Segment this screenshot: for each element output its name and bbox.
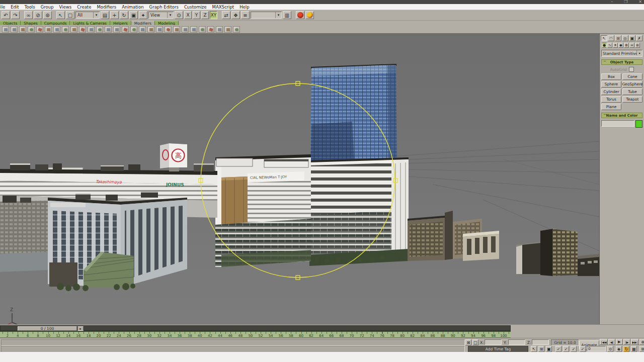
modifier-icon[interactable] [156, 26, 163, 33]
menu-animation[interactable]: Animation [122, 5, 143, 10]
z-coordinate-field[interactable] [532, 339, 549, 345]
named-selection-dropdown[interactable]: ▾ [251, 12, 282, 19]
modifier-icon[interactable] [216, 26, 223, 33]
modifier-icon[interactable] [53, 26, 60, 33]
maximize-viewport-icon[interactable]: ▦ [631, 346, 637, 352]
modifier-icon[interactable] [62, 26, 69, 33]
modifier-icon[interactable] [233, 26, 240, 33]
percent-snap-icon[interactable]: ▣ [546, 346, 552, 352]
menu-tools[interactable]: Tools [25, 5, 35, 10]
perspective-viewport[interactable]: CIAL NEWoMan T·JOY [0, 34, 600, 324]
key-icon[interactable]: ✓ [580, 346, 586, 352]
snap-toggle-icon[interactable]: ↖ [531, 346, 537, 352]
chevron-down-icon[interactable]: ▾ [636, 50, 642, 55]
modifier-icon[interactable] [130, 26, 137, 33]
modifier-icon[interactable] [45, 26, 52, 33]
render-scene-icon[interactable] [296, 11, 304, 19]
systems-category-icon[interactable]: ⊛ [635, 43, 640, 48]
restrict-y-button[interactable]: Y [193, 11, 200, 19]
modifier-icon[interactable] [36, 26, 43, 33]
modifier-icon[interactable] [199, 26, 206, 33]
region-select-icon[interactable]: □ [66, 11, 74, 19]
display-tab-icon[interactable]: ▣ [629, 35, 635, 41]
object-name-field[interactable] [601, 120, 634, 127]
key-mode-icon[interactable]: ✓ [571, 346, 577, 352]
modifier-icon[interactable] [165, 26, 172, 33]
tube-button[interactable]: Tube [622, 88, 642, 95]
modifier-icon[interactable] [190, 26, 197, 33]
menu-help[interactable]: Help [239, 5, 249, 10]
name-color-rollout[interactable]: − Name and Color [601, 113, 642, 118]
track-bar-ruler[interactable]: 2468101214161820222426283032343638404244… [0, 331, 511, 338]
menu-modifiers[interactable]: Modifiers [97, 5, 116, 10]
select-object-icon[interactable]: ↖ [56, 11, 65, 19]
redo-icon[interactable]: ↷ [11, 11, 20, 19]
move-icon[interactable]: + [110, 11, 119, 19]
menu-views[interactable]: Views [59, 5, 72, 10]
modifier-icon[interactable] [173, 26, 180, 33]
modifier-icon[interactable] [28, 26, 35, 33]
current-frame-field[interactable]: 0 [587, 346, 606, 351]
bind-spacewarp-icon[interactable]: ⊛ [43, 11, 52, 19]
scale-icon[interactable]: ▣ [129, 11, 138, 19]
restrict-x-button[interactable]: X [184, 11, 192, 19]
modifier-icon[interactable] [139, 26, 146, 33]
time-slider-handle[interactable]: 0 / 100 [18, 326, 77, 331]
chevron-down-icon[interactable]: ▾ [167, 12, 173, 18]
manipulate-icon[interactable]: ✦ [139, 11, 147, 19]
modifier-icon[interactable] [2, 26, 9, 33]
primitive-type-dropdown[interactable]: Standard Primitives ▾ [601, 50, 642, 57]
modifier-icon[interactable] [207, 26, 214, 33]
next-frame-icon[interactable]: |▶ [623, 339, 630, 345]
go-to-end-icon[interactable]: ▶▶| [631, 339, 639, 345]
pan-icon[interactable]: ◈ [616, 346, 622, 352]
modifier-icon[interactable] [224, 26, 231, 33]
track-view-icon[interactable]: ▥ [283, 11, 291, 19]
zoom-viewport-icon[interactable]: ⊕ [639, 339, 644, 345]
undo-icon[interactable]: ↶ [2, 11, 10, 19]
cone-button[interactable]: Cone [622, 73, 642, 80]
y-coordinate-field[interactable] [508, 339, 525, 345]
modify-tab-icon[interactable]: ◠ [608, 35, 614, 41]
modifier-icon[interactable] [79, 26, 86, 33]
mirror-icon[interactable]: ⇄ [222, 11, 230, 19]
modifier-icon[interactable] [11, 26, 18, 33]
modifier-icon[interactable] [182, 26, 189, 33]
modifier-icon[interactable] [88, 26, 95, 33]
play-icon[interactable]: ▶ [616, 339, 623, 345]
geometry-category-icon[interactable]: ● [602, 43, 607, 48]
cylinder-button[interactable]: Cylinder [601, 88, 621, 95]
menu-maxscript[interactable]: MAXScript [212, 5, 234, 10]
autogrid-checkbox[interactable] [629, 67, 634, 72]
modifier-icon[interactable] [105, 26, 112, 33]
box-button[interactable]: Box [601, 73, 621, 80]
create-tab-icon[interactable]: ↖ [601, 35, 607, 41]
modifier-icon[interactable] [113, 26, 120, 33]
unlink-icon[interactable]: ⊘ [34, 11, 42, 19]
motion-tab-icon[interactable]: ◎ [622, 35, 628, 41]
key-filter-icon[interactable]: ✓ [555, 346, 561, 352]
array-icon[interactable]: ❖ [231, 11, 240, 19]
x-coordinate-field[interactable] [485, 339, 502, 345]
select-by-name-icon[interactable]: ▤ [101, 11, 109, 19]
hierarchy-tab-icon[interactable]: ⊞ [615, 35, 621, 41]
chevron-down-icon[interactable]: ▾ [93, 12, 99, 18]
modifier-icon[interactable] [147, 26, 154, 33]
restrict-z-button[interactable]: Z [201, 11, 209, 19]
lights-category-icon[interactable]: ✦ [613, 43, 618, 48]
modifier-icon[interactable] [96, 26, 103, 33]
time-config-icon[interactable]: ⊙ [607, 346, 613, 352]
set-key-icon[interactable]: ✓ [563, 346, 569, 352]
time-slider-track[interactable]: 0 / 100 ▸ [0, 325, 511, 331]
chevron-down-icon[interactable]: ▾ [275, 12, 281, 18]
go-to-start-icon[interactable]: |◀◀ [600, 339, 608, 345]
restore-button[interactable]: ❐ [624, 0, 627, 4]
next-frame-arrow[interactable]: ▸ [77, 326, 84, 331]
teapot-button[interactable]: Teapot [622, 96, 642, 103]
shapes-category-icon[interactable]: ∿ [607, 43, 612, 48]
align-icon[interactable]: ≡ [241, 11, 250, 19]
menu-edit[interactable]: Edit [11, 5, 19, 10]
menu-customize[interactable]: Customize [184, 5, 207, 10]
zoom-region-icon[interactable]: ⊞ [639, 346, 644, 352]
quick-render-icon[interactable] [305, 11, 314, 19]
